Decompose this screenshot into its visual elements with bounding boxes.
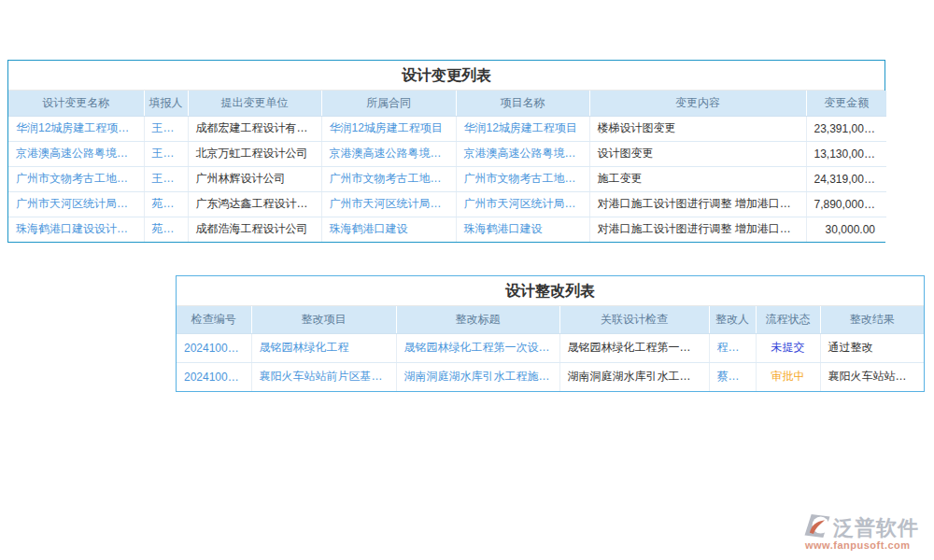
design-rectify-panel: 设计整改列表 检查编号 整改项目 整改标题 关联设计检查 整改人 流程状态 整改… bbox=[176, 275, 925, 392]
table-row: 京港澳高速公路粤境韶关至... 王志远 北京万虹工程设计公司 京港澳高速公路粤境… bbox=[8, 141, 886, 166]
table-header-row: 设计变更名称 填报人 提出变更单位 所属合同 项目名称 变更内容 变更金额 bbox=[8, 91, 886, 116]
cell-change-unit: 北京万虹工程设计公司 bbox=[188, 141, 321, 166]
cell-check-no-link[interactable]: 2024100001 bbox=[177, 362, 251, 391]
cell-rectify-result: 通过整改 bbox=[820, 333, 924, 362]
cell-change-amount: 7,890,000.00 bbox=[806, 191, 886, 217]
brand-name: 泛普软件 bbox=[833, 518, 919, 539]
col-header-rectify-person: 整改人 bbox=[709, 306, 756, 333]
col-header-check-no: 检查编号 bbox=[177, 306, 251, 333]
col-header-related-check: 关联设计检查 bbox=[559, 306, 709, 333]
cell-contract-link[interactable]: 京港澳高速公路粤境韶关至... bbox=[321, 141, 456, 166]
cell-reporter-link[interactable]: 苑子豪 bbox=[144, 191, 188, 217]
cell-change-content: 对港口施工设计图进行调整 增加港口管道建设工程 bbox=[589, 217, 806, 242]
table-row: 广州市天河区统计局机房改... 苑子豪 广东鸿达鑫工程设计公司 广州市天河区统计… bbox=[8, 191, 886, 217]
cell-rectify-result: 襄阳火车站站前片区... bbox=[820, 362, 924, 391]
cell-rectify-title-link[interactable]: 湖南洞庭湖水库引水工程施工... bbox=[396, 362, 559, 391]
cell-contract-link[interactable]: 广州市天河区统计局机房改... bbox=[321, 191, 456, 217]
design-change-title: 设计变更列表 bbox=[8, 61, 884, 91]
table-row: 广州市文物考古工地安防系... 王志远 广州林辉设计公司 广州市文物考古工地安防… bbox=[8, 166, 886, 191]
cell-project-link[interactable]: 华润12城房建工程项目 bbox=[456, 116, 589, 141]
cell-rectify-title-link[interactable]: 晟铭园林绿化工程第一次设计... bbox=[396, 333, 559, 362]
cell-contract-link[interactable]: 华润12城房建工程项目 bbox=[321, 116, 456, 141]
cell-change-amount: 30,000.00 bbox=[806, 217, 886, 242]
cell-change-name-link[interactable]: 珠海鹤港口建设设计变更 bbox=[8, 217, 144, 242]
col-header-change-name: 设计变更名称 bbox=[8, 91, 144, 116]
cell-change-amount: 24,319,000.00 bbox=[806, 166, 886, 191]
col-header-change-amount: 变更金额 bbox=[806, 91, 886, 116]
table-row: 2024100001 襄阳火车站站前片区基础设... 湖南洞庭湖水库引水工程施工… bbox=[177, 362, 924, 391]
footer-brand: 泛普软件 www.fanpusoft.com bbox=[803, 513, 927, 551]
brand-url: www.fanpusoft.com bbox=[803, 540, 927, 551]
cell-change-name-link[interactable]: 广州市天河区统计局机房改... bbox=[8, 191, 144, 217]
cell-reporter-link[interactable]: 苑子豪 bbox=[144, 217, 188, 242]
design-change-panel: 设计变更列表 设计变更名称 填报人 提出变更单位 所属合同 项目名称 变更内容 … bbox=[7, 60, 885, 243]
cell-change-content: 楼梯设计图变更 bbox=[589, 116, 806, 141]
cell-change-unit: 成都浩海工程设计公司 bbox=[188, 217, 321, 242]
cell-rectify-person-link[interactable]: 程亚雄 bbox=[709, 333, 756, 362]
cell-project-link[interactable]: 珠海鹤港口建设 bbox=[456, 217, 589, 242]
cell-related-check: 湖南洞庭湖水库引水工程施... bbox=[559, 362, 709, 391]
col-header-change-unit: 提出变更单位 bbox=[188, 91, 321, 116]
design-rectify-title: 设计整改列表 bbox=[177, 276, 924, 306]
design-rectify-table: 检查编号 整改项目 整改标题 关联设计检查 整改人 流程状态 整改结果 2024… bbox=[177, 306, 924, 391]
cell-check-no-link[interactable]: 2024100002 bbox=[177, 333, 251, 362]
cell-change-name-link[interactable]: 华润12城房建工程项目设计... bbox=[8, 116, 144, 141]
col-header-change-content: 变更内容 bbox=[589, 91, 806, 116]
flow-status-badge: 审批中 bbox=[756, 362, 820, 391]
col-header-project: 项目名称 bbox=[456, 91, 589, 116]
cell-change-amount: 23,391,000.00 bbox=[806, 116, 886, 141]
col-header-reporter: 填报人 bbox=[144, 91, 188, 116]
cell-contract-link[interactable]: 广州市文物考古工地安防系... bbox=[321, 166, 456, 191]
cell-reporter-link[interactable]: 王志远 bbox=[144, 166, 188, 191]
page: 设计变更列表 设计变更名称 填报人 提出变更单位 所属合同 项目名称 变更内容 … bbox=[0, 0, 934, 560]
cell-rectify-project-link[interactable]: 襄阳火车站站前片区基础设... bbox=[251, 362, 396, 391]
cell-change-unit: 广东鸿达鑫工程设计公司 bbox=[188, 191, 321, 217]
cell-rectify-person-link[interactable]: 蔡江平 bbox=[709, 362, 756, 391]
cell-change-content: 施工变更 bbox=[589, 166, 806, 191]
cell-change-name-link[interactable]: 京港澳高速公路粤境韶关至... bbox=[8, 141, 144, 166]
cell-project-link[interactable]: 京港澳高速公路粤境韶关至... bbox=[456, 141, 589, 166]
fanpu-logo-icon bbox=[803, 513, 831, 539]
col-header-rectify-project: 整改项目 bbox=[251, 306, 396, 333]
table-row: 珠海鹤港口建设设计变更 苑子豪 成都浩海工程设计公司 珠海鹤港口建设 珠海鹤港口… bbox=[8, 217, 886, 242]
cell-reporter-link[interactable]: 王志远 bbox=[144, 141, 188, 166]
cell-project-link[interactable]: 广州市天河区统计局机房改... bbox=[456, 191, 589, 217]
cell-reporter-link[interactable]: 王志远 bbox=[144, 116, 188, 141]
table-row: 华润12城房建工程项目设计... 王志远 成都宏建工程设计有限公司 华润12城房… bbox=[8, 116, 886, 141]
cell-change-amount: 13,130,000.00 bbox=[806, 141, 886, 166]
cell-change-name-link[interactable]: 广州市文物考古工地安防系... bbox=[8, 166, 144, 191]
cell-project-link[interactable]: 广州市文物考古工地安防系... bbox=[456, 166, 589, 191]
cell-related-check: 晟铭园林绿化工程第一次设... bbox=[559, 333, 709, 362]
cell-change-unit: 广州林辉设计公司 bbox=[188, 166, 321, 191]
col-header-flow-status: 流程状态 bbox=[756, 306, 820, 333]
cell-rectify-project-link[interactable]: 晟铭园林绿化工程 bbox=[251, 333, 396, 362]
col-header-rectify-result: 整改结果 bbox=[820, 306, 924, 333]
cell-change-content: 对港口施工设计图进行调整 增加港口管道建设工程 bbox=[589, 191, 806, 217]
flow-status-badge: 未提交 bbox=[756, 333, 820, 362]
col-header-rectify-title: 整改标题 bbox=[396, 306, 559, 333]
col-header-contract: 所属合同 bbox=[321, 91, 456, 116]
table-row: 2024100002 晟铭园林绿化工程 晟铭园林绿化工程第一次设计... 晟铭园… bbox=[177, 333, 924, 362]
cell-change-content: 设计图变更 bbox=[589, 141, 806, 166]
design-change-table: 设计变更名称 填报人 提出变更单位 所属合同 项目名称 变更内容 变更金额 华润… bbox=[8, 91, 886, 242]
cell-change-unit: 成都宏建工程设计有限公司 bbox=[188, 116, 321, 141]
table-header-row: 检查编号 整改项目 整改标题 关联设计检查 整改人 流程状态 整改结果 bbox=[177, 306, 924, 333]
cell-contract-link[interactable]: 珠海鹤港口建设 bbox=[321, 217, 456, 242]
